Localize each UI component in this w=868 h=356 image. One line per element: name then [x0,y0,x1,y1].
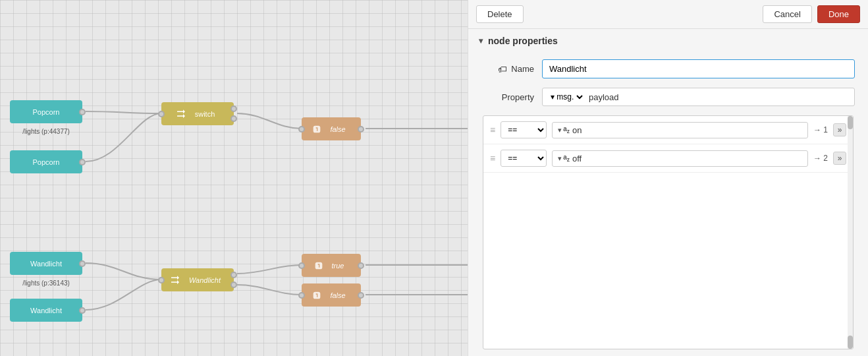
rule-output-1: → 1 [813,125,828,134]
node-false1-port-left[interactable] [298,126,305,133]
node-false1[interactable]: false [302,117,361,140]
node-popcorn1-port-right[interactable] [79,109,86,115]
cancel-button[interactable]: Cancel [763,5,811,23]
section-title: ▾ node properties [468,29,868,53]
scrollbar-thumb-bottom[interactable] [848,336,853,349]
rule-value-text-2: off [572,154,582,163]
property-label: Property [481,92,534,102]
chevron-down-icon[interactable]: ▾ [479,36,483,45]
node-false1-port-right[interactable] [358,126,364,133]
tag-icon: 🏷 [498,64,507,74]
function-icon-true1 [313,260,324,271]
node-wandlicht-switch-port-right2[interactable] [231,282,237,288]
node-popcorn1-label: Popcorn [28,108,65,116]
node-wandlicht1[interactable]: Wandlicht /lights (p:36143) [10,252,82,275]
rule-value-group-2[interactable]: ▾ az off [552,150,808,167]
node-wandlicht2-label: Wandlicht [25,307,67,314]
node-popcorn1[interactable]: Popcorn /lights (p:44377) [10,100,82,123]
rule-row-1: ≡ == != < > ▾ az on → 1 » [483,116,853,144]
rule-operator-select-1[interactable]: == != < > [501,121,547,138]
rule-type-btn-1[interactable]: ▾ az [558,125,570,134]
switch-icon-wandlicht [169,274,181,286]
node-true1-port-right[interactable] [358,262,364,269]
name-label: 🏷 Name [481,64,534,74]
rule-menu-btn-2[interactable]: » [833,152,846,165]
form-area: 🏷 Name Property ▾ msg. payload [468,53,868,356]
rule-value-group-1[interactable]: ▾ az on [552,122,808,138]
rule-row-2: ≡ == != < > ▾ az off → 2 » [483,144,853,173]
node-false1-label: false [325,125,350,133]
node-wandlicht-switch[interactable]: Wandlicht [161,268,234,291]
node-false2[interactable]: false [302,283,361,307]
property-value: payload [589,92,619,102]
name-row: 🏷 Name [481,59,855,78]
rule-operator-select-2[interactable]: == != < > [501,150,547,167]
type-label-1: az [563,125,570,134]
name-label-text: Name [511,64,534,74]
function-icon-false1 [312,124,322,134]
name-input[interactable] [542,59,855,78]
property-input-group[interactable]: ▾ msg. payload [542,88,855,106]
node-switch1-port-right1[interactable] [231,105,237,112]
delete-button[interactable]: Delete [476,5,524,23]
node-switch1[interactable]: switch [161,102,234,125]
node-popcorn2-label: Popcorn [28,158,65,166]
rule-output-2: → 2 [813,154,828,163]
node-switch1-port-left[interactable] [158,111,165,117]
dropdown-icon-2: ▾ [558,154,562,163]
node-true1-port-left[interactable] [298,262,305,269]
property-type-select[interactable]: ▾ msg. [548,92,585,102]
node-wandlicht1-sub: /lights (p:36143) [10,280,82,287]
node-wandlicht1-port-right[interactable] [79,260,86,267]
node-wandlicht2[interactable]: Wandlicht [10,299,82,322]
dropdown-icon-1: ▾ [558,126,562,134]
switch-icon [175,108,187,120]
node-wandlicht-switch-port-left[interactable] [158,277,165,283]
node-true1-label: true [327,262,350,270]
rule-type-btn-2[interactable]: ▾ az [558,154,570,163]
rules-container: ≡ == != < > ▾ az on → 1 » [483,115,854,349]
node-true1[interactable]: true [302,254,361,277]
drag-handle-2[interactable]: ≡ [490,153,495,163]
node-switch1-label: switch [190,110,221,118]
done-button[interactable]: Done [817,5,860,23]
node-popcorn1-sub: /lights (p:44377) [10,128,82,135]
scrollbar-track[interactable] [848,116,853,349]
section-title-text: node properties [488,36,558,46]
rule-menu-btn-1[interactable]: » [833,123,846,136]
property-row: Property ▾ msg. payload [481,88,855,106]
flow-canvas[interactable]: Popcorn /lights (p:44377) Popcorn switch… [0,0,468,356]
node-popcorn2[interactable]: Popcorn [10,150,82,173]
node-wandlicht-switch-ports-right [231,268,237,291]
rule-value-text-1: on [572,125,582,135]
type-label-2: az [563,154,570,163]
function-icon-false2 [312,290,322,301]
node-wandlicht2-port-right[interactable] [79,307,86,314]
node-false2-label: false [325,291,350,299]
node-popcorn2-port-right[interactable] [79,159,86,165]
node-wandlicht1-label: Wandlicht [25,260,67,268]
node-switch1-ports-right [231,102,237,125]
drag-handle-1[interactable]: ≡ [490,125,495,135]
scrollbar-thumb-top[interactable] [848,116,853,129]
node-wandlicht-switch-port-right1[interactable] [231,272,237,278]
node-false2-port-left[interactable] [298,292,305,299]
node-wandlicht-switch-label: Wandlicht [184,276,226,284]
right-panel: Delete Cancel Done ▾ node properties 🏷 N… [468,0,868,356]
node-switch1-port-right2[interactable] [231,115,237,122]
node-false2-port-right[interactable] [358,292,364,299]
property-label-text: Property [502,92,534,102]
panel-header: Delete Cancel Done [468,0,868,29]
